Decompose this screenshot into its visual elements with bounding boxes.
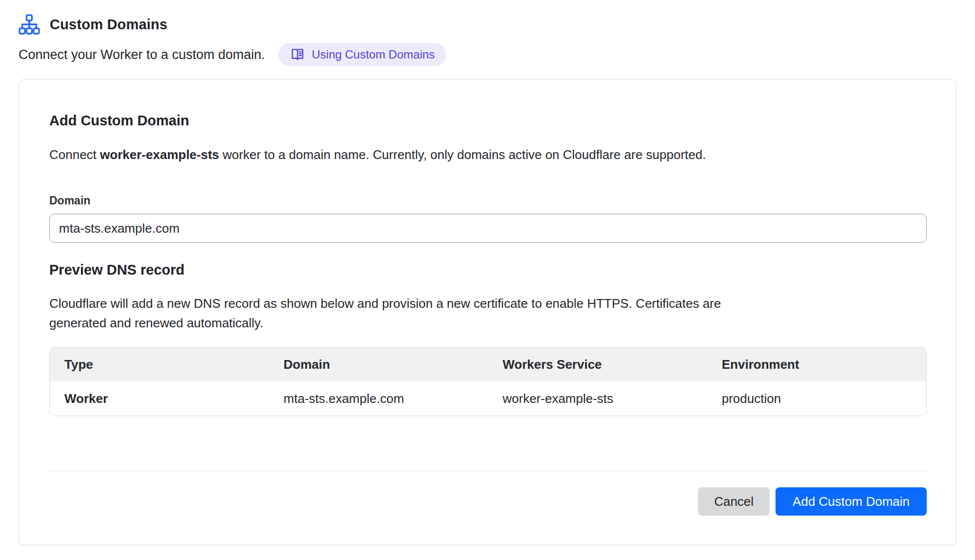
dns-preview-table-wrap: Type Domain Workers Service Environment …: [49, 347, 927, 416]
preview-dns-record-heading: Preview DNS record: [49, 261, 927, 278]
cell-environment: production: [707, 381, 926, 416]
column-header-environment: Environment: [707, 348, 926, 381]
table-row: Worker mta-sts.example.com worker-exampl…: [50, 381, 926, 416]
column-header-type: Type: [50, 348, 269, 381]
cell-type: Worker: [50, 381, 269, 416]
form-description: Connect worker-example-sts worker to a d…: [49, 146, 927, 163]
domain-label: Domain: [49, 194, 927, 207]
table-header-row: Type Domain Workers Service Environment: [50, 348, 926, 381]
cancel-button[interactable]: Cancel: [698, 487, 770, 516]
description-prefix: Connect: [49, 147, 100, 162]
cell-workers-service: worker-example-sts: [488, 381, 707, 416]
domain-input[interactable]: [49, 214, 927, 243]
page-header: Custom Domains: [19, 14, 956, 35]
dns-preview-table: Type Domain Workers Service Environment …: [50, 348, 926, 416]
worker-name: worker-example-sts: [100, 147, 219, 162]
footer-divider: [49, 471, 927, 471]
column-header-domain: Domain: [269, 348, 488, 381]
custom-domains-page: Custom Domains Connect your Worker to a …: [0, 0, 975, 545]
description-suffix: worker to a domain name. Currently, only…: [219, 147, 706, 162]
page-subtitle-row: Connect your Worker to a custom domain. …: [19, 43, 956, 66]
cell-domain: mta-sts.example.com: [269, 381, 488, 416]
sitemap-icon: [19, 14, 40, 35]
page-title: Custom Domains: [50, 17, 167, 33]
actions-row: Cancel Add Custom Domain: [49, 487, 927, 516]
preview-description: Cloudflare will add a new DNS record as …: [49, 294, 769, 333]
open-book-icon: [290, 47, 305, 62]
add-custom-domain-heading: Add Custom Domain: [49, 112, 927, 129]
docs-link-using-custom-domains[interactable]: Using Custom Domains: [279, 43, 446, 66]
page-subtitle: Connect your Worker to a custom domain.: [19, 47, 265, 62]
docs-link-label: Using Custom Domains: [312, 48, 435, 61]
column-header-workers-service: Workers Service: [488, 348, 707, 381]
add-custom-domain-button[interactable]: Add Custom Domain: [776, 487, 927, 516]
add-custom-domain-card: Add Custom Domain Connect worker-example…: [19, 80, 956, 545]
